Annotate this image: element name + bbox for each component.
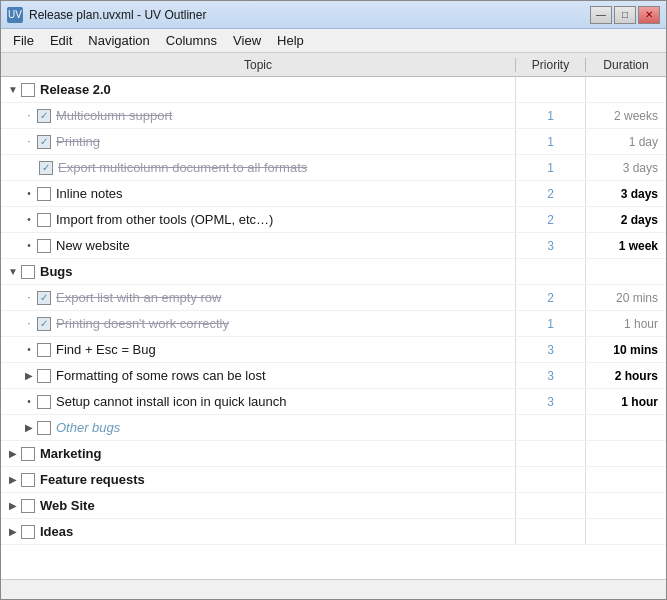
row-priority: 2 <box>516 181 586 206</box>
bullet-icon: · <box>21 110 37 121</box>
row-topic: • Find + Esc = Bug <box>1 337 516 362</box>
bullet-icon: · <box>21 292 37 303</box>
row-duration <box>586 467 666 492</box>
table-row[interactable]: ▼ Bugs <box>1 259 666 285</box>
row-duration <box>586 493 666 518</box>
row-checkbox[interactable] <box>37 369 51 383</box>
row-label: Marketing <box>40 446 101 461</box>
row-checkbox[interactable] <box>21 83 35 97</box>
row-topic: · Export list with an empty row <box>1 285 516 310</box>
row-checkbox[interactable] <box>37 239 51 253</box>
menu-navigation[interactable]: Navigation <box>80 31 157 50</box>
row-checkbox[interactable] <box>39 161 53 175</box>
expand-icon[interactable]: ▶ <box>21 420 37 436</box>
menu-columns[interactable]: Columns <box>158 31 225 50</box>
content-area: Topic Priority Duration ▼ Release 2.0 <box>1 53 666 579</box>
table-row[interactable]: Export multicolumn document to all forma… <box>1 155 666 181</box>
menu-view[interactable]: View <box>225 31 269 50</box>
row-checkbox[interactable] <box>21 447 35 461</box>
row-checkbox[interactable] <box>37 135 51 149</box>
row-checkbox[interactable] <box>37 343 51 357</box>
row-priority <box>516 77 586 102</box>
expand-icon[interactable]: ▶ <box>5 498 21 514</box>
col-priority-header: Priority <box>516 58 586 72</box>
row-checkbox[interactable] <box>37 213 51 227</box>
row-checkbox[interactable] <box>37 109 51 123</box>
bullet-icon: • <box>21 188 37 199</box>
row-checkbox[interactable] <box>37 421 51 435</box>
row-topic: · Printing doesn't work correctly <box>1 311 516 336</box>
row-checkbox[interactable] <box>37 187 51 201</box>
table-row[interactable]: ▶ Other bugs <box>1 415 666 441</box>
row-checkbox[interactable] <box>37 317 51 331</box>
col-topic-header: Topic <box>1 58 516 72</box>
expand-icon[interactable]: ▶ <box>21 368 37 384</box>
collapse-icon[interactable]: ▼ <box>5 82 21 98</box>
row-checkbox[interactable] <box>21 473 35 487</box>
table-row[interactable]: ▶ Formatting of some rows can be lost 3 … <box>1 363 666 389</box>
bullet-icon: · <box>21 318 37 329</box>
column-header: Topic Priority Duration <box>1 53 666 77</box>
tree-area[interactable]: ▼ Release 2.0 · Multicolumn support 1 2 … <box>1 77 666 579</box>
row-label: Printing doesn't work correctly <box>56 316 229 331</box>
menu-help[interactable]: Help <box>269 31 312 50</box>
table-row[interactable]: · Printing doesn't work correctly 1 1 ho… <box>1 311 666 337</box>
title-buttons: — □ ✕ <box>590 6 660 24</box>
expand-icon[interactable]: ▶ <box>5 472 21 488</box>
row-checkbox[interactable] <box>21 499 35 513</box>
table-row[interactable]: ▶ Feature requests <box>1 467 666 493</box>
row-priority <box>516 415 586 440</box>
row-priority: 2 <box>516 207 586 232</box>
menu-file[interactable]: File <box>5 31 42 50</box>
row-duration: 2 hours <box>586 363 666 388</box>
table-row[interactable]: ▶ Web Site <box>1 493 666 519</box>
table-row[interactable]: • Setup cannot install icon in quick lau… <box>1 389 666 415</box>
app-icon: UV <box>7 7 23 23</box>
row-topic: • New website <box>1 233 516 258</box>
menu-edit[interactable]: Edit <box>42 31 80 50</box>
row-duration: 1 hour <box>586 311 666 336</box>
table-row[interactable]: ▼ Release 2.0 <box>1 77 666 103</box>
row-priority <box>516 441 586 466</box>
table-row[interactable]: • Inline notes 2 3 days <box>1 181 666 207</box>
row-topic: • Setup cannot install icon in quick lau… <box>1 389 516 414</box>
table-row[interactable]: · Printing 1 1 day <box>1 129 666 155</box>
menu-bar: File Edit Navigation Columns View Help <box>1 29 666 53</box>
expand-icon[interactable]: ▶ <box>5 524 21 540</box>
table-row[interactable]: ▶ Ideas <box>1 519 666 545</box>
expand-icon[interactable]: ▶ <box>5 446 21 462</box>
collapse-icon[interactable]: ▼ <box>5 264 21 280</box>
table-row[interactable]: • New website 3 1 week <box>1 233 666 259</box>
row-duration: 3 days <box>586 155 666 180</box>
row-checkbox[interactable] <box>37 291 51 305</box>
row-label: Export list with an empty row <box>56 290 221 305</box>
minimize-button[interactable]: — <box>590 6 612 24</box>
table-row[interactable]: ▶ Marketing <box>1 441 666 467</box>
row-duration: 10 mins <box>586 337 666 362</box>
row-topic: ▶ Marketing <box>1 441 516 466</box>
row-checkbox[interactable] <box>21 265 35 279</box>
title-bar: UV Release plan.uvxml - UV Outliner — □ … <box>1 1 666 29</box>
bullet-icon: • <box>21 344 37 355</box>
row-checkbox[interactable] <box>21 525 35 539</box>
row-topic: • Inline notes <box>1 181 516 206</box>
row-topic: ▶ Web Site <box>1 493 516 518</box>
row-priority: 1 <box>516 155 586 180</box>
row-duration <box>586 259 666 284</box>
table-row[interactable]: • Find + Esc = Bug 3 10 mins <box>1 337 666 363</box>
row-duration: 1 hour <box>586 389 666 414</box>
table-row[interactable]: · Export list with an empty row 2 20 min… <box>1 285 666 311</box>
row-label: Web Site <box>40 498 95 513</box>
row-topic: · Printing <box>1 129 516 154</box>
table-row[interactable]: · Multicolumn support 1 2 weeks <box>1 103 666 129</box>
row-checkbox[interactable] <box>37 395 51 409</box>
row-duration <box>586 519 666 544</box>
close-button[interactable]: ✕ <box>638 6 660 24</box>
row-priority: 1 <box>516 311 586 336</box>
title-bar-left: UV Release plan.uvxml - UV Outliner <box>7 7 206 23</box>
table-row[interactable]: • Import from other tools (OPML, etc…) 2… <box>1 207 666 233</box>
row-label: Formatting of some rows can be lost <box>56 368 266 383</box>
maximize-button[interactable]: □ <box>614 6 636 24</box>
row-topic: ▼ Bugs <box>1 259 516 284</box>
row-label: Printing <box>56 134 100 149</box>
